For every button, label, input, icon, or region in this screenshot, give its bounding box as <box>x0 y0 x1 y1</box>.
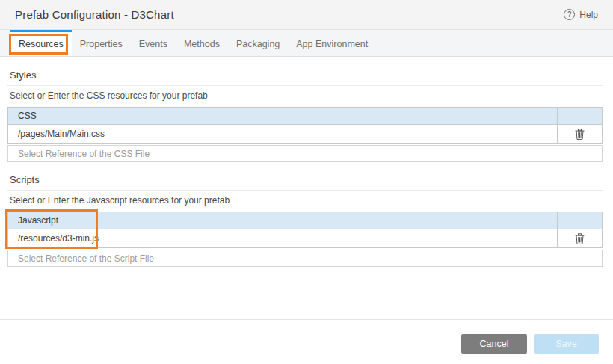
script-header-action-cell <box>557 212 602 229</box>
table-row: /pages/Main/Main.css <box>8 125 602 143</box>
tab-packaging[interactable]: Packaging <box>228 30 288 56</box>
resources-panel: Styles Select or Enter the CSS resources… <box>0 57 613 267</box>
tab-app-environment-label: App Environment <box>296 39 368 49</box>
css-column-header: CSS <box>8 108 557 124</box>
script-table-header-row: Javascript <box>8 212 602 229</box>
scripts-section-title: Scripts <box>7 174 603 191</box>
css-header-action-cell <box>557 108 602 124</box>
tab-resources[interactable]: Resources <box>10 30 72 56</box>
styles-section-title: Styles <box>7 70 603 86</box>
help-button[interactable]: ? Help <box>564 9 598 20</box>
help-icon-glyph: ? <box>567 10 572 19</box>
css-resources-table: CSS /pages/Main/Main.css <box>7 107 603 144</box>
cancel-button[interactable]: Cancel <box>461 334 527 354</box>
styles-section-description: Select or Enter the CSS resources for yo… <box>10 90 603 101</box>
css-table-header-row: CSS <box>8 108 602 125</box>
tab-packaging-label: Packaging <box>236 39 280 49</box>
delete-css-row-button[interactable] <box>573 127 586 141</box>
script-resources-table: Javascript /resources/d3-min.js <box>7 212 603 248</box>
tab-events-label: Events <box>139 39 167 49</box>
trash-icon <box>575 129 585 140</box>
tab-properties-label: Properties <box>80 39 123 49</box>
javascript-column-header: Javascript <box>8 212 557 229</box>
footer-bar: Cancel Save <box>0 319 613 364</box>
tab-bar: Resources Properties Events Methods Pack… <box>0 30 613 57</box>
title-bar: Prefab Configuration - D3Chart ? Help <box>0 0 613 30</box>
script-resource-path: /resources/d3-min.js <box>8 229 557 247</box>
tab-app-environment[interactable]: App Environment <box>288 30 376 56</box>
css-resource-path: /pages/Main/Main.css <box>8 125 557 143</box>
tab-events[interactable]: Events <box>131 30 176 56</box>
page-title: Prefab Configuration - D3Chart <box>15 8 174 21</box>
scripts-section: Scripts Select or Enter the Javascript r… <box>7 174 603 267</box>
save-button[interactable]: Save <box>534 334 599 354</box>
tab-methods[interactable]: Methods <box>176 30 228 56</box>
css-row-action-cell <box>557 125 602 143</box>
scripts-section-description: Select or Enter the Javascript resources… <box>10 195 603 206</box>
trash-icon <box>575 233 585 244</box>
styles-section: Styles Select or Enter the CSS resources… <box>7 70 603 162</box>
script-reference-input[interactable]: Select Reference of the Script File <box>7 250 603 267</box>
tab-methods-label: Methods <box>184 39 220 49</box>
script-row-action-cell <box>557 229 602 247</box>
delete-script-row-button[interactable] <box>573 232 586 246</box>
help-label: Help <box>579 10 598 20</box>
help-icon: ? <box>564 9 575 20</box>
table-row: /resources/d3-min.js <box>8 229 602 247</box>
tab-resources-label: Resources <box>19 39 64 49</box>
tab-properties[interactable]: Properties <box>72 30 131 56</box>
css-reference-input[interactable]: Select Reference of the CSS File <box>7 145 603 162</box>
